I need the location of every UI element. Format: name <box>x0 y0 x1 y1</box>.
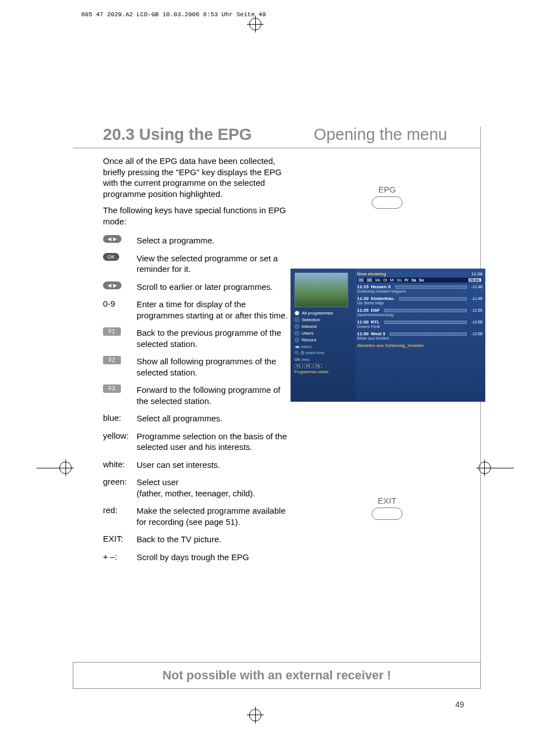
key-label: + –: <box>103 552 137 563</box>
epg-prog-channel: DSF <box>371 308 380 313</box>
epg-menu-item: Users <box>294 331 352 336</box>
epg-progress-bar <box>395 285 467 289</box>
epg-button-outline <box>372 196 402 209</box>
epg-fkey: F3 <box>313 364 322 368</box>
epg-programme: 11:30RTL-12:00Unsere Klinik <box>357 320 483 328</box>
epg-prog-time: 11:30 <box>357 331 368 336</box>
bottom-warning-box: Not possible with an external receiver ! <box>73 662 481 689</box>
key-row: 0-9Enter a time for display of the progr… <box>103 299 293 321</box>
reg-mark-cross <box>65 459 66 476</box>
epg-prog-header: 11:15Hessen 3-11:40 <box>357 284 483 289</box>
key-label: OK <box>103 253 137 275</box>
menu-dot-icon <box>294 331 299 336</box>
exit-label: EXIT <box>372 496 402 505</box>
key-label: F2 <box>103 356 137 378</box>
menu-dot-icon <box>294 324 299 329</box>
print-header: 605 47 2029.A2 LCD-GB 10.03.2006 8:53 Uh… <box>81 11 266 18</box>
epg-programme: 11:25DSF-11:55Dauerwerbesendung <box>357 308 483 317</box>
key-row: white:User can set interests. <box>103 459 293 471</box>
menu-dot-icon <box>294 317 299 322</box>
epg-prog-time: 11:20 <box>357 296 368 301</box>
key-desc: Scroll to earlier or later programmes. <box>137 281 293 293</box>
epg-daybar: −+MoDiMiDoFrSaSo29.04. <box>357 278 483 283</box>
epg-fkey-row: F1F2F3 <box>294 364 352 368</box>
key-desc: Enter a time for display of the programm… <box>137 299 293 321</box>
key-desc: Select user (father, mother, teenager, c… <box>137 477 293 499</box>
epg-screenshot: All programmesSelectionInterestUsersReco… <box>291 269 485 402</box>
epg-hint-ok: OK view. <box>294 358 352 362</box>
key-row: yellow:Programme selection on the basis … <box>103 431 293 453</box>
epg-prog-time: 11:30 <box>357 320 368 325</box>
epg-progress-bar <box>384 321 467 324</box>
crop-mark <box>36 468 59 468</box>
section-title-right: Opening the menu <box>313 125 447 144</box>
epg-prog-end: -12:00 <box>471 332 483 336</box>
nav-ud-icon: ◀ ▶ <box>103 281 121 289</box>
epg-key-illustration: EPG <box>372 185 402 209</box>
crop-mark <box>491 468 514 468</box>
key-desc: View the selected programme or set a rem… <box>137 253 293 275</box>
exit-key-illustration: EXIT <box>372 496 402 520</box>
key-row: ◀ ▶Scroll to earlier or later programmes… <box>103 281 293 293</box>
epg-day: Do <box>397 278 402 282</box>
epg-prog-select: Programmes select. <box>294 370 352 374</box>
section-title-left: 20.3 Using the EPG <box>103 125 252 144</box>
epg-day: Sa <box>411 278 416 282</box>
epg-progress-bar <box>390 332 467 336</box>
key-label: red: <box>103 505 137 527</box>
menu-dot-icon <box>294 311 299 316</box>
intro-p1: Once all of the EPG data have been colle… <box>103 156 293 199</box>
key-desc: Scroll by days trough the EPG <box>137 552 293 563</box>
epg-prog-end: -11:40 <box>471 285 483 289</box>
epg-prog-end: -11:55 <box>471 308 483 312</box>
epg-day: Mi <box>390 278 394 282</box>
key-desc: Select a programme. <box>137 235 293 246</box>
epg-label: EPG <box>372 185 402 194</box>
epg-clock: 11:38 <box>471 271 483 276</box>
epg-prog-channel: KinderKan. <box>371 296 395 301</box>
epg-day: Di <box>383 278 387 282</box>
epg-menu-item: Interest <box>294 324 352 329</box>
epg-programme: 11:15Hessen 3-11:40Schleswig-Holstein Ma… <box>357 284 483 293</box>
epg-prog-title: Die Biene Maja <box>357 301 483 305</box>
epg-day: Mo <box>375 278 381 282</box>
epg-menu-item: Record <box>294 337 352 342</box>
epg-menu-label: All programmes <box>302 311 333 316</box>
key-label: green: <box>103 477 137 499</box>
epg-menu-label: Users <box>302 331 313 336</box>
key-desc: Make the selected programme available fo… <box>137 505 293 527</box>
epg-programme: 11:20KinderKan.-11:45Die Biene Maja <box>357 296 483 305</box>
epg-programme-list: 11:15Hessen 3-11:40Schleswig-Holstein Ma… <box>357 284 483 340</box>
intro-p2: The following keys have special function… <box>103 205 293 227</box>
epg-prog-time: 11:25 <box>357 308 368 313</box>
key-desc: Show all following programmes of the sel… <box>137 356 293 378</box>
epg-prog-end: -11:45 <box>471 297 483 300</box>
key-label: white: <box>103 459 137 471</box>
f-key-label: F3 <box>103 384 121 393</box>
page-content: 20.3 Using the EPG Opening the menu Once… <box>73 73 481 722</box>
epg-preview-thumbnail <box>294 273 348 307</box>
key-desc: Select all programmes. <box>137 413 293 424</box>
key-desc: Back to the previous programme of the se… <box>137 327 293 349</box>
key-row: F2Show all following programmes of the s… <box>103 356 293 378</box>
epg-menu-label: Record <box>302 337 316 342</box>
menu-dot-icon <box>294 337 299 342</box>
key-row: OKView the selected programme or set a r… <box>103 253 293 275</box>
epg-programme: 11:30West 3-12:00Bilder aus Südtirol <box>357 331 483 340</box>
key-function-list: ◀ ▶Select a programme.OKView the selecte… <box>103 235 293 569</box>
epg-hint-time: ⓪..⑨ select time. <box>294 351 352 355</box>
epg-progress-bar <box>384 309 467 312</box>
epg-day: − <box>358 278 364 282</box>
key-row: F1Back to the previous programme of the … <box>103 327 293 349</box>
epg-fkey: F2 <box>304 364 312 368</box>
key-label: EXIT: <box>103 534 137 545</box>
epg-day: Fr <box>405 278 409 282</box>
key-desc: Forward to the following programme of th… <box>137 384 293 406</box>
epg-menu: All programmesSelectionInterestUsersReco… <box>294 311 352 342</box>
epg-prog-title: Unsere Klinik <box>357 325 483 328</box>
f-key-label: F2 <box>103 356 121 364</box>
epg-day: So <box>419 278 424 282</box>
key-row: F3Forward to the following programme of … <box>103 384 293 406</box>
key-row: green:Select user (father, mother, teena… <box>103 477 293 499</box>
epg-progress-bar <box>399 297 467 300</box>
